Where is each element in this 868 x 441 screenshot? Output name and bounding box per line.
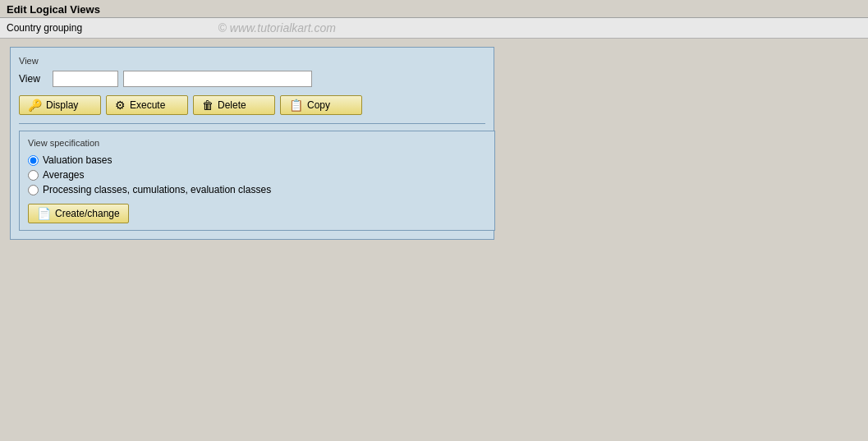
radio-row-valuation: Valuation bases <box>28 154 486 166</box>
page-title: Edit Logical Views <box>7 3 100 16</box>
subtitle-bar: Country grouping © www.tutorialkart.com <box>0 18 868 39</box>
create-change-button[interactable]: 📄 Create/change <box>28 204 129 223</box>
delete-label: Delete <box>218 99 246 111</box>
divider <box>19 123 485 124</box>
view-label: View <box>19 73 48 85</box>
view-input-long[interactable] <box>123 71 312 87</box>
copy-button[interactable]: 📋 Copy <box>280 95 362 115</box>
delete-icon: 🗑 <box>202 99 214 112</box>
radio-processing-label: Processing classes, cumulations, evaluat… <box>43 184 271 195</box>
delete-button[interactable]: 🗑 Delete <box>193 95 275 115</box>
radio-valuation-label: Valuation bases <box>43 154 113 166</box>
radio-valuation-bases[interactable] <box>28 155 39 166</box>
title-bar: Edit Logical Views <box>0 0 868 18</box>
copy-label: Copy <box>307 99 330 111</box>
button-row: 🔑 Display ⚙ Execute 🗑 Delete 📋 Copy <box>19 95 485 115</box>
radio-processing[interactable] <box>28 185 39 195</box>
watermark: © www.tutorialkart.com <box>82 21 471 34</box>
display-label: Display <box>46 99 78 111</box>
outer-panel: View View 🔑 Display ⚙ Execute 🗑 Delete 📋 <box>10 47 494 240</box>
create-icon: 📄 <box>37 207 51 220</box>
view-panel-title: View <box>19 56 485 66</box>
main-content: View View 🔑 Display ⚙ Execute 🗑 Delete 📋 <box>0 39 868 248</box>
view-input-short[interactable] <box>53 71 118 87</box>
execute-icon: ⚙ <box>115 99 126 112</box>
execute-label: Execute <box>130 99 165 111</box>
country-grouping-label: Country grouping <box>7 22 82 34</box>
radio-row-processing: Processing classes, cumulations, evaluat… <box>28 184 486 195</box>
radio-averages-label: Averages <box>43 169 84 181</box>
radio-averages[interactable] <box>28 170 39 181</box>
spec-panel-title: View specification <box>28 138 486 148</box>
view-input-row: View <box>19 71 485 87</box>
spec-panel: View specification Valuation bases Avera… <box>19 131 495 231</box>
display-button[interactable]: 🔑 Display <box>19 95 101 115</box>
create-label: Create/change <box>55 208 120 219</box>
execute-button[interactable]: ⚙ Execute <box>106 95 188 115</box>
copy-icon: 📋 <box>289 99 303 112</box>
radio-row-averages: Averages <box>28 169 486 181</box>
display-icon: 🔑 <box>28 99 42 112</box>
